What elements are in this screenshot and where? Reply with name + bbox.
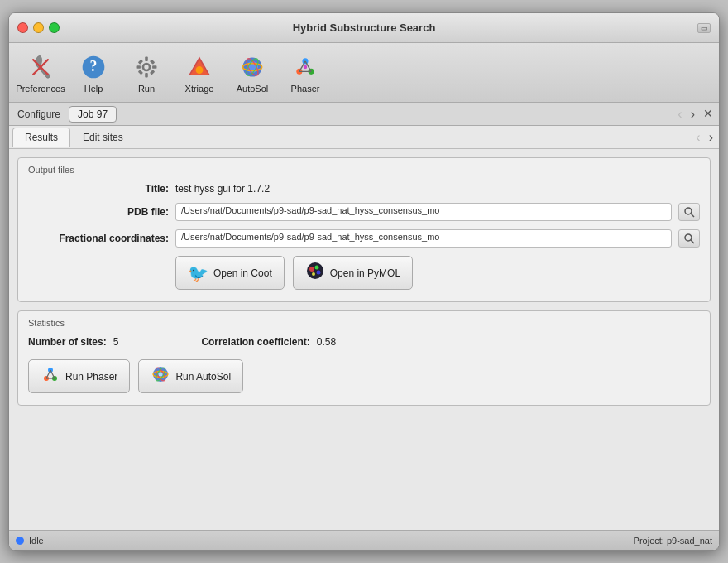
help-icon: ? <box>79 52 108 82</box>
title-bar-right: ▭ <box>697 23 711 33</box>
frac-coords-input[interactable]: /Users/nat/Documents/p9-sad/p9-sad_nat_h… <box>175 229 672 248</box>
svg-point-28 <box>304 65 307 68</box>
configure-label: Configure <box>12 108 65 120</box>
svg-rect-10 <box>138 59 143 64</box>
pdb-file-label: PDB file: <box>28 206 169 218</box>
toolbar-item-phaser[interactable]: Phaser <box>280 48 330 98</box>
status-bar: Idle Project: p9-sad_nat <box>9 530 719 550</box>
num-sites-label: Number of sites: <box>28 336 107 348</box>
xtriage-label: Xtriage <box>185 84 214 94</box>
toolbar: Preferences ? Help <box>9 43 719 103</box>
svg-point-16 <box>196 66 204 74</box>
run-phaser-icon <box>41 364 60 388</box>
svg-rect-11 <box>150 59 155 64</box>
nav-right-arrow[interactable]: › <box>688 107 697 122</box>
title-field-row: Title: test hyss gui for 1.7.2 <box>28 183 700 195</box>
run-autosol-button[interactable]: Run AutoSol <box>138 359 243 393</box>
phaser-label: Phaser <box>291 84 320 94</box>
tab-strip-outer: Configure Job 97 ‹ › ✕ <box>9 103 719 126</box>
run-phaser-button[interactable]: Run Phaser <box>28 359 130 393</box>
svg-point-36 <box>316 271 320 275</box>
title-value: test hyss gui for 1.7.2 <box>175 183 270 195</box>
svg-line-30 <box>691 214 694 217</box>
num-sites-item: Number of sites: 5 <box>28 336 118 348</box>
tab-strip-left: Configure Job 97 <box>12 106 117 123</box>
phaser-icon <box>290 52 320 82</box>
project-label: Project: p9-sad_nat <box>634 536 712 546</box>
run-autosol-label: Run AutoSol <box>175 371 231 383</box>
preferences-label: Preferences <box>16 84 65 94</box>
tab-nav-right[interactable]: › <box>706 130 716 145</box>
wrench-icon <box>26 52 55 82</box>
run-phaser-label: Run Phaser <box>65 371 117 383</box>
open-buttons-row: 🐦 Open in Coot Open in PyMOL <box>28 256 700 290</box>
pdb-browse-button[interactable] <box>678 203 700 221</box>
svg-point-31 <box>685 234 692 241</box>
open-pymol-label: Open in PyMOL <box>330 267 400 279</box>
svg-point-5 <box>144 65 148 69</box>
frac-browse-button[interactable] <box>678 229 700 248</box>
svg-point-35 <box>314 266 318 270</box>
status-left: Idle <box>16 536 44 546</box>
frac-coords-field-row: Fractional coordinates: /Users/nat/Docum… <box>28 229 700 248</box>
statistics-section: Statistics Number of sites: 5 Correlatio… <box>17 310 711 406</box>
tab-row-left: Results Edit sites <box>12 128 136 147</box>
job-tab[interactable]: Job 97 <box>69 106 117 123</box>
svg-rect-7 <box>145 73 148 77</box>
svg-point-37 <box>312 272 315 276</box>
stats-row: Number of sites: 5 Correlation coefficie… <box>28 336 700 348</box>
svg-point-22 <box>302 58 308 64</box>
run-autosol-icon <box>151 364 170 388</box>
toolbar-item-run[interactable]: Run <box>122 48 171 98</box>
nav-left-arrow[interactable]: ‹ <box>675 107 684 122</box>
svg-text:?: ? <box>90 58 98 75</box>
svg-point-34 <box>309 267 314 272</box>
main-content: Output files Title: test hyss gui for 1.… <box>9 149 719 530</box>
help-label: Help <box>84 84 103 94</box>
close-tab-button[interactable]: ✕ <box>701 107 716 122</box>
autosol-label: AutoSol <box>237 84 269 94</box>
corr-coeff-label: Correlation coefficient: <box>201 336 309 348</box>
output-files-title: Output files <box>28 165 700 175</box>
tab-row: Results Edit sites ‹ › <box>9 126 719 149</box>
run-label: Run <box>138 84 155 94</box>
tab-results[interactable]: Results <box>12 128 70 147</box>
coot-icon: 🐦 <box>188 263 208 283</box>
num-sites-value: 5 <box>113 336 119 348</box>
toolbar-item-preferences[interactable]: Preferences <box>16 48 65 98</box>
svg-line-32 <box>691 240 694 243</box>
maximize-button[interactable] <box>49 22 60 33</box>
toolbar-item-autosol[interactable]: AutoSol <box>228 48 277 98</box>
tab-edit-sites[interactable]: Edit sites <box>70 128 136 147</box>
autosol-icon <box>237 52 267 82</box>
output-files-section: Output files Title: test hyss gui for 1.… <box>17 157 711 302</box>
title-label: Title: <box>28 183 169 195</box>
tab-nav-left[interactable]: ‹ <box>693 130 702 145</box>
pdb-file-field-row: PDB file: /Users/nat/Documents/p9-sad/p9… <box>28 203 700 221</box>
xtriage-icon <box>184 52 214 82</box>
toolbar-item-help[interactable]: ? Help <box>69 48 118 98</box>
resize-button[interactable]: ▭ <box>697 23 711 33</box>
tab-row-right: ‹ › <box>693 130 716 145</box>
toolbar-item-xtriage[interactable]: Xtriage <box>175 48 224 98</box>
pdb-file-input[interactable]: /Users/nat/Documents/p9-sad/p9-sad_nat_h… <box>175 203 672 221</box>
open-coot-button[interactable]: 🐦 Open in Coot <box>175 256 285 290</box>
statistics-title: Statistics <box>28 318 700 328</box>
window-title: Hybrid Substructure Search <box>293 22 436 34</box>
run-icon <box>132 52 161 82</box>
svg-rect-12 <box>138 70 143 75</box>
svg-rect-9 <box>152 65 156 69</box>
svg-rect-13 <box>150 70 155 75</box>
open-coot-label: Open in Coot <box>213 267 272 279</box>
close-button[interactable] <box>17 22 28 33</box>
pymol-icon <box>305 261 325 285</box>
minimize-button[interactable] <box>33 22 44 33</box>
stats-buttons-row: Run Phaser Run AutoSol <box>28 359 700 393</box>
svg-point-33 <box>307 262 323 279</box>
corr-coeff-item: Correlation coefficient: 0.58 <box>201 336 336 348</box>
open-pymol-button[interactable]: Open in PyMOL <box>293 256 413 290</box>
window-controls <box>17 22 60 33</box>
svg-point-29 <box>685 208 692 214</box>
svg-rect-6 <box>145 56 148 60</box>
svg-point-48 <box>159 373 163 377</box>
